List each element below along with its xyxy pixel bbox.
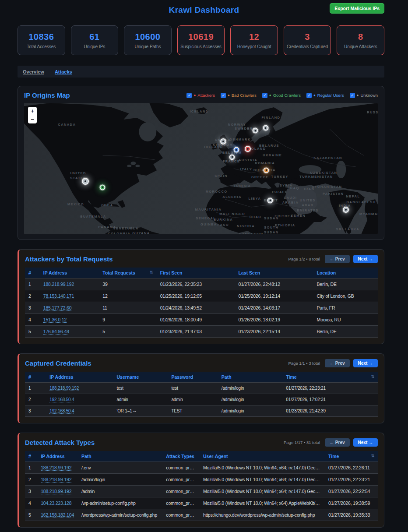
table-cell: 3 <box>25 302 40 314</box>
column-header-label: Time <box>328 454 339 459</box>
ip-address-link[interactable]: 188.218.99.192 <box>41 489 71 494</box>
ip-address-link[interactable]: 78.153.140.171 <box>43 293 74 299</box>
next-page-button[interactable]: Next → <box>353 255 378 263</box>
prev-page-button[interactable]: ← Prev <box>325 359 349 367</box>
table-header-row: #IP AddressPathAttack TypesUser-Agent⇅Ti… <box>25 451 378 462</box>
map-marker-attacker[interactable] <box>245 146 251 152</box>
ip-address-link[interactable]: 192.168.50.4 <box>49 397 74 402</box>
column-header-location[interactable]: Location <box>313 268 378 278</box>
table-cell: Mozilla/5.0 (Windows NT 10.0; Win64; x64… <box>200 486 325 497</box>
ip-address-link[interactable]: 188.218.99.192 <box>43 282 74 287</box>
column-header-label: Password <box>171 374 193 380</box>
column-header-ip-address[interactable]: IP Address <box>46 372 113 383</box>
column-header-user-agent[interactable]: User-Agent <box>200 451 325 462</box>
ip-address-link[interactable]: 192.168.50.4 <box>49 409 74 414</box>
map-marker-unknown[interactable] <box>343 207 349 213</box>
table-cell: common_probes <box>162 497 200 509</box>
prev-page-button[interactable]: ← Prev <box>325 255 349 263</box>
checkbox-checked-icon[interactable]: ✓ <box>306 93 312 98</box>
table-cell: /wordpress/wp-admin/setup-config.php <box>78 509 162 521</box>
data-table: #IP Address⇅Total RequestsFirst SeenLast… <box>25 268 378 338</box>
ip-address-link[interactable]: 151.36.0.12 <box>43 317 67 323</box>
table-cell: admin <box>168 394 218 405</box>
next-page-button[interactable]: Next → <box>353 438 378 447</box>
table-cell: City of London, GB <box>313 290 378 302</box>
map-marker-unknown[interactable] <box>267 197 273 203</box>
next-page-button[interactable]: Next → <box>353 359 378 367</box>
checkbox-checked-icon[interactable]: ✓ <box>262 93 267 98</box>
checkbox-checked-icon[interactable]: ✓ <box>221 93 226 98</box>
column-header-num[interactable]: # <box>25 451 37 462</box>
zoom-in-button[interactable]: + <box>28 107 37 115</box>
table-row: 1188.218.99.1923901/23/2026, 22:35:2301/… <box>25 278 378 290</box>
prev-page-button[interactable]: ← Prev <box>325 438 349 447</box>
stat-label: Suspicious Accesses <box>180 44 221 49</box>
pagination: Page 1/2 • 8 total ← Prev Next → <box>288 255 378 263</box>
column-header-attack-types[interactable]: Attack Types <box>162 451 200 462</box>
stat-label: Credentials Captured <box>287 44 328 49</box>
table-cell: 01/24/2026, 13:49:52 <box>157 302 235 314</box>
table-cell: 5 <box>25 509 37 521</box>
column-header-label: Path <box>222 374 232 380</box>
column-header-username[interactable]: Username <box>113 372 168 383</box>
ip-address-link[interactable]: 176.84.96.48 <box>43 329 69 335</box>
table-cell: 01/27/2026, 22:22:54 <box>325 486 378 497</box>
stat-card: 12Honeypot Caught <box>230 25 278 55</box>
map-canvas[interactable]: + − CANADAICELANDRUSSIANORWAYFINLANDSWED… <box>24 103 378 234</box>
column-header-num[interactable]: # <box>25 268 40 278</box>
column-header-label: Location <box>317 270 336 275</box>
map-marker-unknown[interactable] <box>220 138 226 144</box>
map-zoom-control: + − <box>28 107 37 123</box>
detected-attack-types-section: Detected Attack Types Page 1/17 • 81 tot… <box>18 433 384 528</box>
table-cell: test <box>113 383 168 394</box>
checkbox-checked-icon[interactable]: ✓ <box>350 93 355 98</box>
table-cell: 01/27/2026, 19:35:33 <box>325 509 378 521</box>
map-marker-regular-user[interactable] <box>233 147 239 153</box>
ip-address-link[interactable]: 188.218.99.192 <box>49 386 79 391</box>
tab-attacks[interactable]: Attacks <box>55 69 72 74</box>
column-header-total-requests[interactable]: ⇅Total Requests <box>99 268 156 278</box>
stat-value: 10600 <box>135 32 160 42</box>
world-map-graphic <box>24 103 378 234</box>
ip-address-link[interactable]: 188.218.99.192 <box>41 477 71 483</box>
column-header-label: Attack Types <box>166 454 194 459</box>
map-marker-unknown[interactable] <box>82 178 89 185</box>
table-cell: 151.36.0.12 <box>40 314 99 326</box>
tab-overview[interactable]: Overview <box>23 69 44 74</box>
table-cell: https://chungo.dev/wordpress/wp-admin/se… <box>200 509 325 521</box>
column-header-path[interactable]: Path <box>78 451 162 462</box>
map-marker-unknown[interactable] <box>229 154 235 160</box>
column-header-last-seen[interactable]: Last Seen <box>235 268 313 278</box>
column-header-num[interactable]: # <box>25 372 46 383</box>
table-cell: /.env <box>78 462 162 474</box>
export-malicious-ips-button[interactable]: Export Malicious IPs <box>330 3 384 14</box>
map-marker-unknown[interactable] <box>263 125 268 131</box>
ip-address-link[interactable]: 104.23.223.128 <box>41 500 71 506</box>
column-header-time[interactable]: ⇅Time <box>282 372 378 383</box>
ip-address-link[interactable]: 188.218.99.192 <box>41 465 71 471</box>
table-cell: 1 <box>25 383 46 394</box>
stat-card: 10600Unique Paths <box>124 25 172 55</box>
column-header-time[interactable]: ⇅Time <box>325 451 378 462</box>
table-cell: /admin/login <box>218 383 282 394</box>
column-header-password[interactable]: Password <box>168 372 218 383</box>
column-header-first-seen[interactable]: First Seen <box>157 268 235 278</box>
table-cell: 2 <box>25 290 40 302</box>
column-header-ip-address[interactable]: IP Address <box>37 451 78 462</box>
ip-address-link[interactable]: 185.177.72.60 <box>43 305 72 311</box>
map-marker-good-crawler[interactable] <box>100 184 106 190</box>
column-header-path[interactable]: Path <box>218 372 282 383</box>
legend-item: ✓●Bad Crawlers <box>221 93 257 98</box>
zoom-out-button[interactable]: − <box>28 115 37 123</box>
column-header-ip-address[interactable]: IP Address <box>40 268 99 278</box>
checkbox-checked-icon[interactable]: ✓ <box>186 93 192 98</box>
stat-card: 8Unique Attackers <box>337 25 384 55</box>
legend-dot-icon: ● <box>193 94 196 97</box>
map-marker-unknown[interactable] <box>253 128 258 134</box>
column-header-label: Time <box>286 374 296 380</box>
column-header-label: IP Address <box>43 270 67 275</box>
table-cell: Mozilla/5.0 (Windows NT 10.0; Win64; x64… <box>200 497 325 509</box>
map-marker-bad-crawler[interactable] <box>264 167 269 173</box>
ip-address-link[interactable]: 162.158.182.104 <box>41 512 74 518</box>
table-cell: 3 <box>25 405 46 417</box>
